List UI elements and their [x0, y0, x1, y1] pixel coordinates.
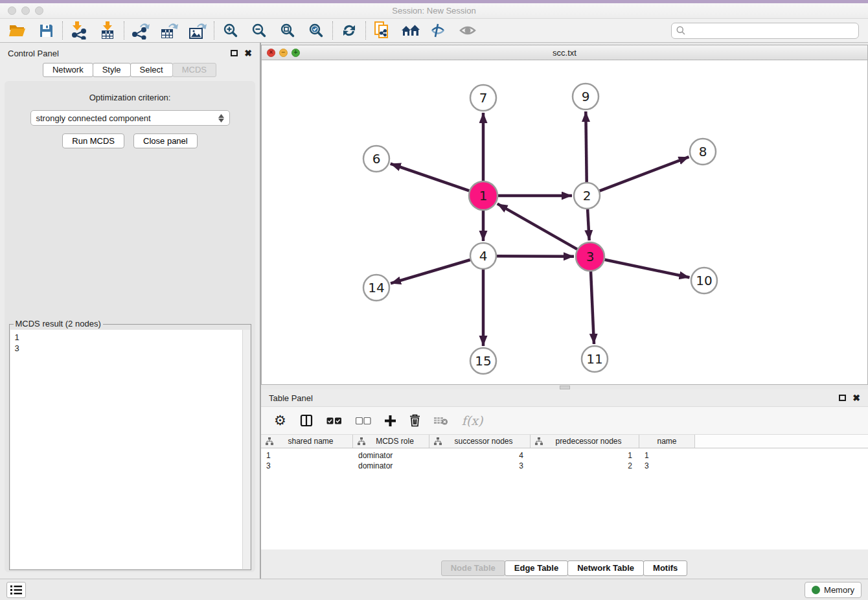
- graph-edge-3-11[interactable]: [591, 271, 594, 344]
- graph-node-15[interactable]: 15: [470, 348, 496, 374]
- search-input[interactable]: [689, 26, 854, 36]
- create-column-plus-icon[interactable]: [385, 411, 396, 430]
- control-panel-tabs: Network Style Select MCDS: [0, 63, 260, 77]
- main-toolbar: [0, 19, 868, 43]
- float-panel-icon[interactable]: [231, 50, 238, 56]
- network-view-window: × − + scc.txt 7968124314101511: [261, 45, 868, 385]
- home-icon[interactable]: [401, 21, 420, 40]
- cell-mcds-role[interactable]: dominator: [353, 461, 429, 470]
- close-panel-button[interactable]: Close panel: [133, 133, 198, 148]
- delete-column-trash-icon[interactable]: [409, 411, 420, 430]
- network-close-button[interactable]: ×: [267, 49, 275, 57]
- cell-predecessor-nodes[interactable]: 1: [531, 451, 639, 460]
- column-header-mcds-role[interactable]: MCDS role: [353, 435, 429, 448]
- network-graph[interactable]: 7968124314101511: [262, 60, 864, 384]
- import-network-icon[interactable]: [69, 21, 89, 40]
- graph-node-3[interactable]: 3: [576, 242, 604, 271]
- graph-edge-3-10[interactable]: [605, 260, 690, 278]
- cell-name[interactable]: 3: [639, 461, 695, 470]
- table-row[interactable]: 1 dominator 4 1 1: [261, 450, 868, 461]
- tab-style[interactable]: Style: [93, 63, 131, 77]
- zoom-out-icon[interactable]: [249, 21, 269, 40]
- graph-node-8[interactable]: 8: [690, 139, 716, 165]
- network-canvas[interactable]: 7968124314101511: [262, 60, 867, 384]
- cell-successor-nodes[interactable]: 3: [429, 461, 531, 470]
- function-builder-icon[interactable]: f(x): [462, 411, 483, 430]
- cell-shared-name[interactable]: 1: [261, 451, 353, 460]
- search-area: [671, 23, 859, 39]
- tab-network[interactable]: Network: [43, 63, 93, 77]
- graph-node-2[interactable]: 2: [574, 183, 600, 209]
- cell-mcds-role[interactable]: dominator: [353, 451, 429, 460]
- tab-mcds[interactable]: MCDS: [172, 63, 216, 77]
- memory-status-icon: [812, 586, 820, 594]
- graph-edge-2-8[interactable]: [600, 157, 689, 190]
- graph-edge-4-14[interactable]: [391, 260, 470, 283]
- tab-motifs[interactable]: Motifs: [643, 560, 687, 576]
- graph-node-11[interactable]: 11: [582, 346, 608, 372]
- open-session-icon[interactable]: [8, 21, 27, 40]
- refresh-icon[interactable]: [339, 21, 359, 40]
- show-graphics-details-icon[interactable]: [458, 21, 477, 40]
- run-mcds-button[interactable]: Run MCDS: [62, 133, 124, 148]
- zoom-in-icon[interactable]: [221, 21, 240, 40]
- selected-option: strongly connected component: [36, 113, 151, 123]
- zoom-selected-icon[interactable]: [306, 21, 326, 40]
- cell-predecessor-nodes[interactable]: 2: [531, 461, 639, 470]
- table-row[interactable]: 3 dominator 3 2 3: [261, 461, 868, 471]
- column-header-name[interactable]: name: [639, 435, 695, 448]
- optimization-criterion-select[interactable]: strongly connected component: [30, 110, 230, 126]
- export-image-icon[interactable]: [188, 21, 207, 40]
- graph-node-7[interactable]: 7: [470, 85, 496, 111]
- result-scrollbar[interactable]: [242, 330, 250, 569]
- graph-node-9[interactable]: 9: [573, 84, 599, 110]
- tab-node-table[interactable]: Node Table: [441, 560, 505, 576]
- tab-select[interactable]: Select: [130, 63, 173, 77]
- export-network-icon[interactable]: [131, 21, 150, 40]
- cell-name[interactable]: 1: [639, 451, 695, 460]
- zoom-fit-icon[interactable]: [278, 21, 297, 40]
- cell-shared-name[interactable]: 3: [261, 461, 353, 470]
- graph-node-10[interactable]: 10: [691, 268, 717, 294]
- column-header-successor-nodes[interactable]: successor nodes: [429, 435, 531, 448]
- hide-graphics-details-icon[interactable]: [429, 21, 449, 40]
- save-session-icon[interactable]: [36, 21, 56, 40]
- select-all-icon[interactable]: [326, 411, 342, 430]
- svg-text:4: 4: [479, 248, 488, 264]
- graph-node-6[interactable]: 6: [363, 146, 389, 172]
- column-tree-icon: [535, 437, 543, 445]
- tab-network-table[interactable]: Network Table: [567, 560, 644, 576]
- delete-table-icon[interactable]: [434, 411, 448, 430]
- float-panel-icon[interactable]: [839, 395, 846, 401]
- graph-edge-2-3[interactable]: [588, 209, 589, 240]
- network-minimize-button[interactable]: −: [279, 49, 288, 57]
- cell-successor-nodes[interactable]: 4: [429, 451, 531, 460]
- splitter-handle-icon[interactable]: [560, 386, 570, 389]
- mcds-result-area[interactable]: 1 3: [10, 330, 250, 569]
- column-header-predecessor-nodes[interactable]: predecessor nodes: [531, 435, 639, 448]
- horizontal-splitter[interactable]: [261, 385, 868, 389]
- export-table-icon[interactable]: [159, 21, 179, 40]
- search-field[interactable]: [671, 23, 859, 39]
- graph-edge-2-9[interactable]: [586, 111, 586, 182]
- memory-button[interactable]: Memory: [805, 582, 862, 598]
- close-panel-icon[interactable]: ✖: [244, 49, 252, 58]
- graph-node-14[interactable]: 14: [363, 275, 389, 301]
- table-settings-gear-icon[interactable]: ⚙: [274, 411, 286, 430]
- graph-edge-1-6[interactable]: [391, 164, 470, 191]
- graph-edge-4-3[interactable]: [497, 256, 574, 257]
- close-panel-icon[interactable]: ✖: [852, 393, 860, 402]
- deselect-all-icon[interactable]: [356, 411, 371, 430]
- network-from-document-icon[interactable]: [372, 21, 392, 40]
- import-table-icon[interactable]: [98, 21, 117, 40]
- column-visibility-icon[interactable]: [300, 411, 313, 430]
- status-bar: Memory: [0, 579, 868, 600]
- network-zoom-button[interactable]: +: [291, 49, 300, 57]
- graph-edge-3-1[interactable]: [497, 203, 577, 249]
- column-header-shared-name[interactable]: shared name: [261, 435, 353, 448]
- graph-node-1[interactable]: 1: [469, 181, 497, 210]
- svg-text:11: 11: [586, 351, 602, 367]
- graph-node-4[interactable]: 4: [470, 243, 496, 269]
- panel-chooser-button[interactable]: [6, 582, 26, 598]
- tab-edge-table[interactable]: Edge Table: [505, 560, 568, 576]
